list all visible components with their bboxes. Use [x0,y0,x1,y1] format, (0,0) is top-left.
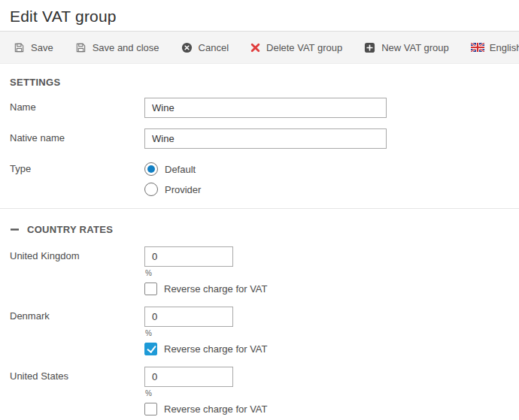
native-name-label: Native name [10,128,144,149]
new-vat-group-button[interactable]: New VAT group [364,42,449,53]
country-label: United Kingdom [10,246,144,295]
type-option-provider-label: Provider [165,184,201,195]
delete-vat-group-button-label: Delete VAT group [266,42,342,53]
settings-section-heading: SETTINGS [10,77,509,88]
reverse-charge-row-denmark[interactable]: Reverse charge for VAT [144,343,268,355]
type-row: Type Default Provider [10,159,509,198]
radio-icon[interactable] [144,183,158,196]
radio-icon[interactable] [144,162,158,176]
country-label: Denmark [10,307,144,355]
add-icon [364,42,375,53]
country-row-denmark: Denmark % Reverse charge for VAT [10,307,509,355]
save-icon [75,42,86,53]
save-and-close-button[interactable]: Save and close [75,42,159,53]
country-label: United States [10,367,144,415]
rate-field: % Reverse charge for VAT [144,246,268,295]
rate-field: % Reverse charge for VAT [144,307,268,355]
type-option-provider[interactable]: Provider [144,181,201,198]
country-row-united-states: United States % Reverse charge for VAT [10,367,509,415]
section-divider [0,208,519,209]
checkbox-icon[interactable] [144,343,157,355]
percent-unit-label: % [145,389,268,398]
native-name-row: Native name [10,128,509,149]
language-selector[interactable]: English [471,42,519,53]
reverse-charge-label: Reverse charge for VAT [164,343,268,355]
name-row: Name [10,98,509,118]
reverse-charge-label: Reverse charge for VAT [164,283,268,295]
checkbox-icon[interactable] [144,403,157,415]
cancel-button[interactable]: Cancel [181,42,229,53]
cancel-icon [181,42,193,53]
page-header: Edit VAT group [0,0,519,32]
collapse-icon[interactable] [10,225,20,234]
country-rates-heading-label: COUNTRY RATES [27,224,113,235]
page-title: Edit VAT group [10,8,519,26]
rate-input-denmark[interactable] [144,307,233,327]
country-row-united-kingdom: United Kingdom % Reverse charge for VAT [10,246,509,295]
main-content: SETTINGS Name Native name Type Default P… [0,77,519,415]
percent-unit-label: % [145,269,268,278]
uk-flag-icon [471,43,484,52]
type-option-default-label: Default [165,164,196,175]
checkbox-icon[interactable] [144,283,157,295]
rate-field: % Reverse charge for VAT [144,367,268,415]
settings-heading-label: SETTINGS [10,77,60,88]
toolbar: Save Save and close Cancel Delete VAT gr… [0,32,519,64]
save-icon [14,42,25,53]
type-radio-group: Default Provider [144,159,201,198]
save-button-label: Save [31,42,53,53]
rate-input-united-kingdom[interactable] [144,246,233,267]
rate-input-united-states[interactable] [144,367,233,387]
percent-unit-label: % [145,329,268,338]
native-name-input[interactable] [144,128,387,149]
country-rates-section-heading: COUNTRY RATES [10,224,509,235]
delete-icon [250,43,260,53]
reverse-charge-row-united-kingdom[interactable]: Reverse charge for VAT [144,283,268,295]
type-option-default[interactable]: Default [144,161,201,177]
name-label: Name [10,98,144,118]
cancel-button-label: Cancel [199,42,229,53]
reverse-charge-label: Reverse charge for VAT [164,403,268,415]
type-label: Type [10,159,144,198]
name-input[interactable] [144,98,387,118]
new-vat-group-button-label: New VAT group [381,42,449,53]
language-label: English [490,42,519,53]
save-button[interactable]: Save [14,42,53,53]
delete-vat-group-button[interactable]: Delete VAT group [250,42,342,53]
save-and-close-button-label: Save and close [93,42,159,53]
reverse-charge-row-united-states[interactable]: Reverse charge for VAT [144,403,268,415]
